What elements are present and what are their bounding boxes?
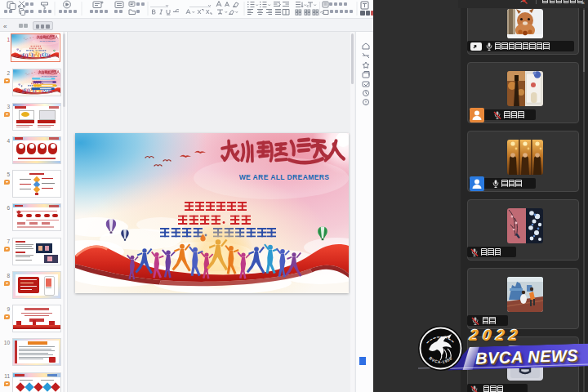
svg-text:WE ARE ALL DREAMERS: WE ARE ALL DREAMERS	[239, 173, 330, 181]
